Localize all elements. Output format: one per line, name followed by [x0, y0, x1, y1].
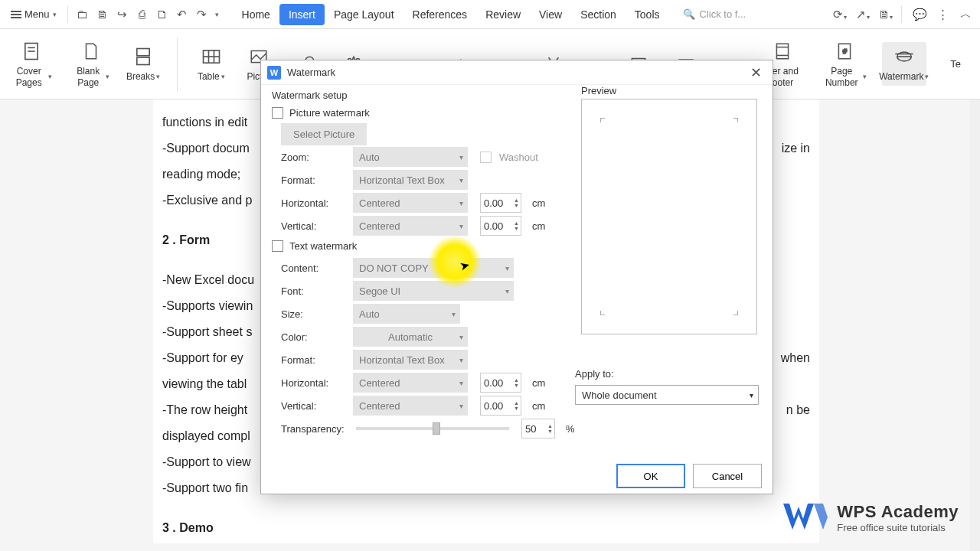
preview-icon[interactable]: 🗋: [155, 7, 170, 22]
size-select[interactable]: Auto: [353, 304, 460, 324]
watermark-button[interactable]: Watermark▾: [882, 42, 926, 85]
doc-line: -Support docum: [162, 136, 250, 161]
watermark-label: Watermark: [879, 71, 923, 82]
tab-insert[interactable]: Insert: [279, 4, 325, 25]
cover-pages-label: Cover Pages: [11, 66, 47, 88]
breaks-button[interactable]: Breaks▾: [125, 42, 162, 85]
svg-rect-3: [137, 49, 149, 56]
vertical2-label: Vertical:: [272, 400, 345, 412]
more-icon[interactable]: ⋮: [933, 5, 952, 24]
washout-checkbox[interactable]: [480, 152, 492, 163]
ok-button[interactable]: OK: [616, 464, 685, 488]
color-select[interactable]: Automatic: [353, 327, 468, 347]
separator: [177, 37, 178, 91]
search-input[interactable]: 🔍 Click to f...: [683, 8, 760, 20]
ribbon-tabs: Home Insert Page Layout References Revie…: [233, 4, 669, 25]
transparency-label: Transparency:: [272, 423, 345, 435]
menu-button[interactable]: Menu ▾: [5, 5, 63, 23]
horizontal-select[interactable]: Centered: [353, 193, 468, 213]
zoom-select[interactable]: Auto: [353, 147, 468, 167]
tab-references[interactable]: References: [403, 4, 477, 25]
hamburger-icon: [11, 11, 21, 18]
chevron-down-icon[interactable]: ▾: [215, 11, 219, 18]
zoom-label: Zoom:: [272, 152, 345, 163]
table-button[interactable]: Table▾: [193, 42, 230, 85]
menu-label: Menu: [24, 8, 50, 20]
sync-icon[interactable]: ⟳▾: [828, 5, 848, 24]
vertical-offset-input[interactable]: 0.00▲▼: [480, 216, 521, 236]
dialog-footer: OK Cancel: [261, 458, 773, 494]
undo-icon[interactable]: ↶: [175, 7, 190, 22]
page-number-button[interactable]: # Page Number▾: [818, 37, 871, 91]
collapse-ribbon-icon[interactable]: ︿: [956, 5, 975, 24]
save-cloud-icon[interactable]: 🗎▾: [874, 5, 893, 24]
vertical-select[interactable]: Centered: [353, 216, 468, 236]
tab-tools[interactable]: Tools: [626, 4, 669, 25]
unit-label: cm: [532, 197, 545, 209]
preview-label: Preview: [581, 85, 616, 96]
title-bar: Menu ▾ 🗀 🗎 ↪ ⎙ 🗋 ↶ ↷ ▾ Home Insert Page …: [0, 0, 980, 29]
close-button[interactable]: ✕: [746, 64, 766, 81]
text-watermark-checkbox[interactable]: [272, 240, 283, 252]
vertical2-select[interactable]: Centered: [353, 396, 468, 416]
pct-label: %: [566, 423, 575, 435]
breaks-icon: [129, 45, 157, 68]
vertical2-offset-input[interactable]: 0.00▲▼: [480, 396, 521, 416]
horizontal-offset-input[interactable]: 0.00▲▼: [480, 193, 521, 213]
svg-text:#: #: [843, 47, 848, 55]
doc-line: n be: [786, 398, 810, 422]
tab-review[interactable]: Review: [476, 4, 530, 25]
washout-label: Washout: [499, 152, 538, 163]
page-number-label: Page Number: [822, 66, 861, 88]
separator: [901, 6, 902, 23]
apply-to-select[interactable]: Whole document: [575, 385, 759, 405]
cover-pages-button[interactable]: Cover Pages▾: [6, 37, 57, 91]
svg-rect-28: [777, 44, 789, 59]
cancel-button[interactable]: Cancel: [693, 464, 762, 488]
transparency-slider[interactable]: [356, 427, 509, 430]
print-icon[interactable]: ⎙: [135, 7, 150, 22]
content-select[interactable]: DO NOT COPY: [353, 258, 514, 278]
dialog-title: Watermark: [287, 67, 335, 78]
select-picture-button[interactable]: Select Picture: [281, 123, 367, 145]
transparency-input[interactable]: 50▲▼: [521, 419, 555, 439]
text-button[interactable]: Te: [937, 55, 974, 73]
vertical-scrollbar[interactable]: [969, 99, 980, 551]
breaks-label: Breaks: [126, 71, 155, 82]
redo-icon[interactable]: ↷: [194, 7, 210, 22]
text-label: Te: [950, 58, 961, 70]
blank-page-icon: [77, 40, 105, 63]
color-label: Color:: [272, 331, 345, 343]
table-label: Table: [198, 71, 220, 82]
horizontal2-select[interactable]: Centered: [353, 373, 468, 393]
titlebar-right: ⟳▾ ↗▾ 🗎▾ 💬 ⋮ ︿: [828, 5, 975, 24]
open-icon[interactable]: 🗀: [75, 7, 90, 22]
doc-line: when: [781, 346, 810, 370]
dialog-titlebar: W Watermark ✕: [261, 60, 773, 85]
apply-to-label: Apply to:: [575, 368, 614, 380]
tab-section[interactable]: Section: [571, 4, 626, 25]
save-icon[interactable]: 🗎: [95, 7, 110, 22]
blank-page-button[interactable]: Blank Page▾: [67, 37, 114, 91]
picture-watermark-label: Picture watermark: [289, 107, 370, 119]
search-placeholder: Click to f...: [700, 8, 746, 20]
unit-label: cm: [532, 220, 545, 232]
format2-label: Format:: [272, 354, 345, 366]
comment-icon[interactable]: 💬: [910, 5, 929, 24]
unit-label: cm: [532, 377, 545, 389]
format2-select[interactable]: Horizontal Text Box: [353, 350, 468, 370]
watermark-icon: [890, 45, 918, 68]
content-label: Content:: [272, 262, 345, 274]
logo-title: WPS Academy: [837, 502, 959, 522]
tab-page-layout[interactable]: Page Layout: [325, 4, 403, 25]
share-icon[interactable]: ↗▾: [851, 5, 871, 24]
picture-watermark-checkbox[interactable]: [272, 107, 283, 119]
doc-heading: 3 . Demo: [162, 516, 810, 540]
svg-rect-4: [137, 57, 149, 64]
font-select[interactable]: Segoe UI: [353, 281, 514, 301]
export-icon[interactable]: ↪: [115, 7, 130, 22]
tab-home[interactable]: Home: [233, 4, 279, 25]
tab-view[interactable]: View: [530, 4, 571, 25]
format-select[interactable]: Horizontal Text Box: [353, 170, 468, 190]
horizontal2-offset-input[interactable]: 0.00▲▼: [480, 373, 521, 393]
